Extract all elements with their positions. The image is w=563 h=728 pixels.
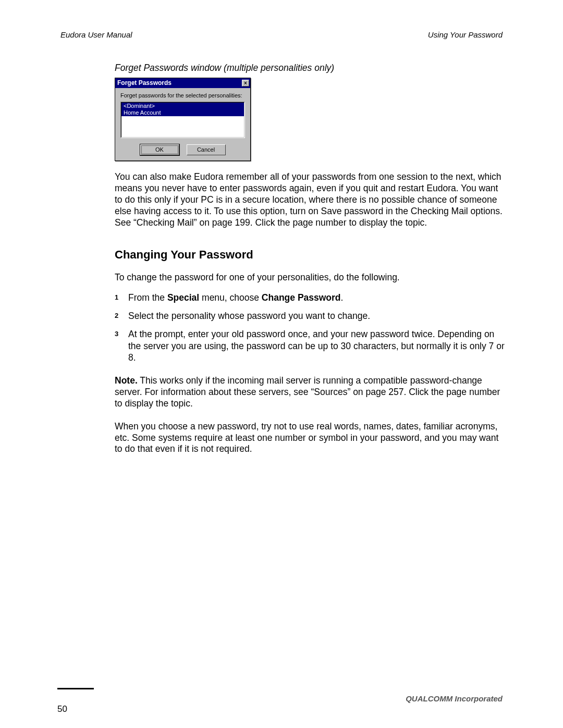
- step-number: 1: [115, 292, 121, 304]
- note-paragraph: Note. This works only if the incoming ma…: [115, 375, 506, 410]
- header-left: Eudora User Manual: [60, 30, 132, 39]
- step-text: Select the personality whose password yo…: [128, 310, 506, 322]
- list-item[interactable]: Home Account: [121, 109, 244, 116]
- list-item: 1 From the Special menu, choose Change P…: [115, 292, 506, 304]
- dialog-body: Forget passwords for the selected person…: [115, 88, 250, 161]
- step-text: At the prompt, enter your old password o…: [128, 328, 506, 364]
- footer-company: QUALCOMM Incorporated: [406, 694, 503, 703]
- ok-button[interactable]: OK: [140, 144, 179, 155]
- footer-rule: [57, 688, 94, 689]
- running-header: Eudora User Manual Using Your Password: [57, 30, 506, 39]
- figure-caption: Forget Passwords window (multiple person…: [115, 63, 506, 73]
- body-paragraph: You can also make Eudora remember all of…: [115, 171, 506, 228]
- list-item: 2 Select the personality whose password …: [115, 310, 506, 322]
- dialog-instruction: Forget passwords for the selected person…: [120, 92, 245, 98]
- section-heading: Changing Your Password: [115, 248, 506, 262]
- content-column: Forget Passwords window (multiple person…: [115, 63, 506, 455]
- page-number: 50: [57, 704, 67, 714]
- step-text: From the Special menu, choose Change Pas…: [128, 292, 506, 304]
- dialog-titlebar[interactable]: Forget Passwords ×: [115, 78, 250, 88]
- list-item[interactable]: <Dominant>: [121, 103, 244, 109]
- step-number: 2: [115, 310, 121, 322]
- body-paragraph: When you choose a new password, try not …: [115, 421, 506, 455]
- close-icon[interactable]: ×: [242, 80, 249, 87]
- forget-passwords-dialog: Forget Passwords × Forget passwords for …: [115, 78, 251, 161]
- page: Eudora User Manual Using Your Password F…: [0, 0, 563, 728]
- dialog-title: Forget Passwords: [117, 79, 172, 87]
- list-item: 3 At the prompt, enter your old password…: [115, 328, 506, 364]
- body-paragraph: To change the password for one of your p…: [115, 272, 506, 283]
- step-number: 3: [115, 328, 121, 364]
- cancel-button[interactable]: Cancel: [187, 144, 226, 155]
- steps-list: 1 From the Special menu, choose Change P…: [115, 292, 506, 364]
- dialog-button-row: OK Cancel: [120, 144, 245, 155]
- personalities-listbox[interactable]: <Dominant> Home Account: [120, 102, 245, 138]
- header-right: Using Your Password: [428, 30, 503, 39]
